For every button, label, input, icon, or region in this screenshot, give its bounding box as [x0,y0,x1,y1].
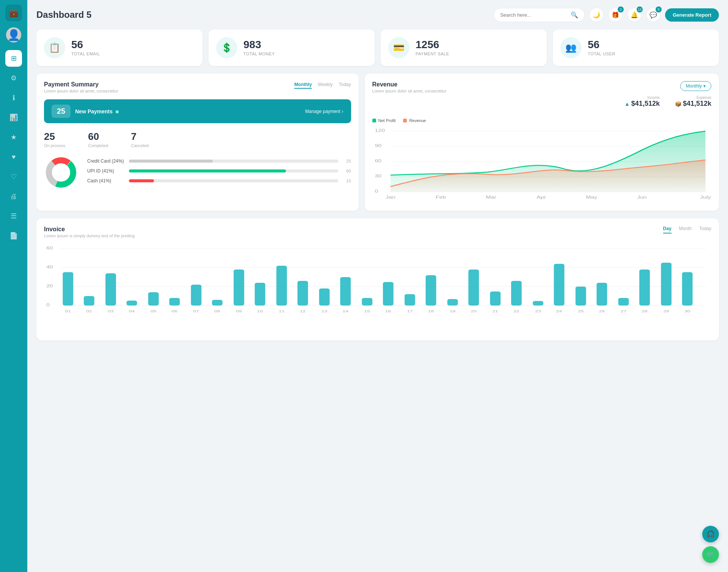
tab-day-invoice[interactable]: Day [663,226,672,234]
expense-label: Expense [675,96,711,100]
manage-payment-link[interactable]: Manage payment › [305,109,344,114]
tab-month-invoice[interactable]: Month [679,226,692,234]
svg-text:May: May [586,195,598,199]
progress-bars: Credit Card (24%) 25 UPI ID (41%) 60 [87,158,351,188]
svg-rect-34 [148,292,159,306]
legend-row: Net Profit Revenue [372,118,711,123]
email-label: TOTAL EMAIL [71,52,100,56]
stat-card-money: 💲 983 TOTAL MONEY [209,30,375,66]
search-input[interactable] [500,12,568,18]
svg-text:12: 12 [300,309,306,313]
main-content: Dashboard 5 🔍 🌙 🎁 2 🔔 12 💬 5 Generate Re… [27,0,728,572]
svg-text:19: 19 [450,309,455,313]
header: Dashboard 5 🔍 🌙 🎁 2 🔔 12 💬 5 Generate Re… [36,8,719,22]
svg-text:04: 04 [129,309,135,313]
svg-rect-52 [533,301,543,306]
invoice-card: Invoice Lorem Ipsum is simply dummy text… [36,218,719,340]
svg-text:27: 27 [621,309,626,313]
sidebar: 💼 👤 ⊞ ⚙ ℹ 📊 ★ ♥ ♡ 🖨 ☰ 📄 [0,0,27,572]
tab-weekly-payment[interactable]: Weekly [318,81,333,89]
bell-button[interactable]: 🔔 12 [627,8,642,22]
gift-button[interactable]: 🎁 2 [608,8,623,22]
tab-today-payment[interactable]: Today [339,81,351,89]
sidebar-item-settings[interactable]: ⚙ [5,70,22,86]
svg-text:90: 90 [375,144,381,148]
pbar-cash: Cash (41%) 10 [87,178,351,183]
svg-text:06: 06 [172,309,177,313]
moon-icon: 🌙 [593,11,600,19]
svg-text:02: 02 [86,309,92,313]
svg-rect-48 [447,299,458,306]
theme-toggle-button[interactable]: 🌙 [589,8,604,22]
svg-rect-40 [276,266,287,306]
svg-text:15: 15 [364,309,370,313]
revenue-legend-dot [403,119,407,122]
svg-text:40: 40 [46,265,53,270]
svg-text:29: 29 [663,309,669,313]
svg-text:July: July [700,195,711,199]
svg-rect-38 [234,270,244,306]
cart-fab[interactable]: 🛒 [702,546,719,563]
cart-icon: 🛒 [706,550,715,559]
svg-text:14: 14 [342,309,348,313]
svg-text:11: 11 [279,309,284,313]
sidebar-item-chart[interactable]: 📊 [5,109,22,126]
search-box[interactable]: 🔍 [494,8,585,22]
sidebar-logo[interactable]: 💼 [5,5,22,21]
svg-rect-59 [682,272,693,306]
expense-value: $41,512k [683,100,711,108]
svg-text:Mar: Mar [486,195,496,199]
sidebar-item-star[interactable]: ★ [5,129,22,146]
bell-icon: 🔔 [631,11,638,19]
pbar-upi: UPI ID (41%) 60 [87,168,351,174]
svg-rect-45 [383,282,394,306]
search-icon: 🔍 [571,11,578,19]
svg-text:03: 03 [108,309,113,313]
sidebar-item-dashboard[interactable]: ⊞ [5,50,22,67]
email-number: 56 [71,39,100,50]
sidebar-item-heart2[interactable]: ♡ [5,168,22,185]
svg-text:18: 18 [428,309,434,313]
support-fab[interactable]: 🎧 [702,526,719,542]
svg-text:20: 20 [471,309,477,313]
revenue-monthly-button[interactable]: Monthly ▾ [680,81,711,91]
svg-text:21: 21 [493,309,498,313]
svg-rect-51 [511,281,522,306]
svg-rect-42 [319,288,330,306]
svg-rect-43 [340,277,351,306]
revenue-card: Revenue Lorem ipsum dolor sit amet, cons… [365,74,719,211]
svg-text:0: 0 [46,303,50,307]
new-payments-banner: 25 New Payments Manage payment › [44,99,351,123]
sidebar-item-heart1[interactable]: ♥ [5,149,22,165]
middle-row: Payment Summary Lorem ipsum dolor sit am… [36,74,719,211]
sidebar-item-print[interactable]: 🖨 [5,188,22,205]
income-label: Income [624,96,660,100]
svg-text:120: 120 [375,129,385,133]
income-value: $41,512k [631,100,660,108]
svg-text:17: 17 [407,309,413,313]
sidebar-item-list[interactable]: 📄 [5,227,22,244]
svg-rect-35 [169,298,180,306]
tab-monthly-payment[interactable]: Monthly [294,81,312,89]
svg-text:26: 26 [599,309,605,313]
sidebar-item-info[interactable]: ℹ [5,89,22,106]
sidebar-item-menu[interactable]: ☰ [5,208,22,224]
chat-button[interactable]: 💬 5 [646,8,661,22]
svg-rect-37 [212,300,223,306]
payment-icon: 💳 [388,37,410,58]
chat-badge: 5 [656,6,662,13]
invoice-subtitle: Lorem Ipsum is simply dummy text of the … [44,234,135,238]
tab-today-invoice[interactable]: Today [699,226,711,234]
svg-text:08: 08 [214,309,220,313]
svg-rect-53 [554,264,565,306]
payment-summary-title: Payment Summary [44,81,118,88]
generate-report-button[interactable]: Generate Report [665,8,719,22]
svg-text:22: 22 [513,309,519,313]
avatar[interactable]: 👤 [6,27,21,42]
invoice-tabs: Day Month Today [663,226,711,234]
svg-rect-57 [639,270,650,306]
svg-text:Apr: Apr [537,195,546,199]
payment-stats: 25 On process 60 Completed 7 Canceled [44,131,351,148]
svg-text:16: 16 [385,309,391,313]
svg-text:10: 10 [257,309,263,313]
